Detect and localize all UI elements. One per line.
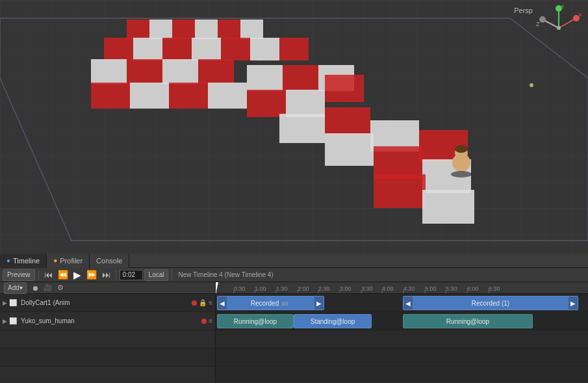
recorded-clip-2-label: Recorded (1) [472,300,509,307]
svg-rect-17 [127,59,162,84]
svg-rect-5 [172,20,195,39]
svg-rect-27 [247,90,286,117]
svg-rect-3 [127,20,149,39]
play-backward-button[interactable]: ⏪ [56,269,70,281]
play-forward-button[interactable]: ⏩ [84,269,99,281]
clips-area: ◀ Recorded ∞ ▶ ◀ Recorded (1) ▶ [216,294,588,383]
dolly-clip-row: ◀ Recorded ∞ ▶ ◀ Recorded (1) ▶ [216,294,588,312]
svg-text:4:30: 4:30 [403,285,415,292]
svg-rect-16 [91,59,127,84]
yuko-expand[interactable]: ▶ [3,318,7,324]
yuko-object-icon: ⬜ [9,317,17,324]
profiler-tab-label: Profiler [60,257,83,265]
svg-rect-53 [216,282,588,294]
ruler-left: Add▾ ⏺ 🎥 ⚙ [0,282,215,294]
empty-row-2 [0,349,215,367]
recorded-clip-2[interactable]: ◀ Recorded (1) ▶ [403,296,578,310]
clip-right-arrow-2: ▶ [569,297,578,310]
timeline-tab-dot: ● [6,257,10,264]
toolbar-divider-3 [172,270,172,280]
svg-rect-29 [325,75,364,102]
preview-button[interactable]: Preview [3,269,35,281]
persp-label: Persp [514,7,533,14]
svg-text:Z: Z [536,21,540,27]
svg-rect-24 [247,65,283,91]
svg-text:Y: Y [561,5,565,10]
svg-point-41 [455,145,468,153]
svg-text:5:00: 5:00 [425,285,437,292]
tab-bar: ● Timeline ● Profiler Console [0,254,588,268]
play-button[interactable]: ▶ [71,269,83,281]
svg-rect-9 [104,38,133,60]
local-button[interactable]: Local [144,269,169,281]
svg-rect-22 [169,83,208,109]
svg-text:3:30: 3:30 [361,285,373,292]
clip-right-arrow-1: ▶ [314,297,324,310]
svg-rect-31 [325,107,370,137]
svg-rect-21 [130,83,169,109]
record-icon[interactable]: ⏺ [31,283,41,293]
empty-clip-row-1 [216,330,588,349]
dolly-expand[interactable]: ▶ [3,300,7,306]
infinity-icon-1: ∞ [281,298,288,308]
tab-timeline[interactable]: ● Timeline [0,254,47,268]
dolly-record-dot[interactable] [192,300,197,306]
empty-clip-row-2 [216,349,588,367]
viewport-gizmo: X Y Z [536,5,582,51]
svg-text:2:30: 2:30 [318,285,330,292]
svg-rect-34 [325,133,374,166]
svg-rect-6 [195,20,218,39]
svg-rect-4 [149,20,172,39]
profiler-tab-dot: ● [53,257,57,264]
console-tab-label: Console [96,257,122,265]
svg-point-52 [557,26,561,30]
svg-rect-12 [192,38,221,60]
go-to-start-button[interactable]: ⏮ [42,269,55,281]
timeline-tab-label: Timeline [13,257,40,265]
track-row-dolly: ▶ ⬜ DollyCart1 (Anim 🔒 ≡ [0,294,215,312]
go-to-end-button[interactable]: ⏭ [100,269,112,281]
toolbar-divider-2 [116,270,116,280]
yuko-track-name: Yuko_sum_human [21,317,199,324]
dolly-lock-icon[interactable]: 🔒 [199,299,207,306]
yuko-lock-icon[interactable]: ≡ [209,317,212,324]
dolly-track-name: DollyCart1 (Anim [21,299,190,306]
svg-text:5:30: 5:30 [446,285,457,292]
svg-rect-11 [162,38,192,60]
svg-rect-7 [218,20,240,39]
viewport-grid [0,0,588,254]
svg-point-50 [539,16,546,23]
track-content: 0:30 1:00 1:30 2:00 2:30 3:00 3:30 4:00 [216,282,588,383]
yuko-record-dot[interactable] [201,319,207,324]
svg-rect-14 [250,38,279,60]
tab-console[interactable]: Console [90,254,129,268]
running-clip-2[interactable]: Running@loop [403,314,533,328]
recorded-clip-1[interactable]: ◀ Recorded ∞ ▶ [217,296,324,310]
svg-rect-20 [91,83,130,109]
camera-icon[interactable]: 🎥 [43,283,53,293]
add-label: Add▾ [8,284,23,291]
yuko-clip-row: Running@loop Standing@loop Running@loop [216,312,588,330]
svg-text:3:00: 3:00 [340,285,352,292]
recorded-clip-1-label: Recorded [251,300,279,307]
dolly-more-icon[interactable]: ≡ [209,299,212,306]
svg-rect-19 [198,59,234,84]
running-clip-1[interactable]: Running@loop [217,314,294,328]
add-dropdown[interactable]: Add▾ [4,282,27,294]
clip-left-arrow-2: ◀ [403,297,413,310]
svg-rect-30 [279,114,325,143]
svg-text:6:00: 6:00 [467,285,479,292]
settings-icon[interactable]: ⚙ [55,283,66,293]
toolbar-divider-1 [38,270,39,280]
running-clip-1-label: Running@loop [234,318,277,325]
tab-profiler[interactable]: ● Profiler [47,254,90,268]
timeline-area: Add▾ ⏺ 🎥 ⚙ ▶ ⬜ DollyCart1 (Anim 🔒 ≡ [0,282,588,383]
clip-left-arrow-1: ◀ [218,297,227,310]
timeline-title: New Timeline 4 (New Timeline 4) [178,271,273,278]
standing-clip[interactable]: Standing@loop [294,314,372,328]
svg-rect-18 [162,59,198,84]
viewport: X Y Z Persp [0,0,588,254]
main-toolbar: Preview ⏮ ⏪ ▶ ⏩ ⏭ 0:02 Local New Timelin… [0,268,588,282]
svg-text:2:00: 2:00 [298,285,309,292]
running-clip-2-label: Running@loop [446,318,489,325]
